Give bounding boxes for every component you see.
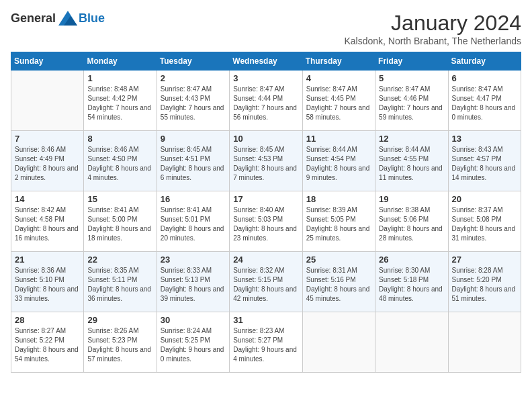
calendar-cell: 4Sunrise: 8:47 AMSunset: 4:45 PMDaylight… (302, 71, 375, 131)
logo-icon (58, 11, 77, 26)
day-number: 23 (161, 255, 226, 265)
logo-blue-text: Blue (79, 11, 105, 26)
day-info: Sunrise: 8:37 AMSunset: 5:08 PMDaylight:… (452, 205, 517, 243)
calendar-cell (302, 312, 375, 373)
day-number: 13 (452, 134, 517, 144)
day-info: Sunrise: 8:46 AMSunset: 4:49 PMDaylight:… (15, 145, 80, 183)
day-info: Sunrise: 8:44 AMSunset: 4:54 PMDaylight:… (306, 145, 371, 183)
day-number: 12 (379, 134, 444, 144)
day-number: 21 (15, 255, 80, 265)
day-number: 16 (161, 194, 226, 204)
calendar-cell: 21Sunrise: 8:36 AMSunset: 5:10 PMDayligh… (11, 252, 84, 312)
calendar-header-row: SundayMondayTuesdayWednesdayThursdayFrid… (11, 52, 521, 71)
calendar-cell: 19Sunrise: 8:38 AMSunset: 5:06 PMDayligh… (375, 191, 448, 252)
calendar-cell: 25Sunrise: 8:31 AMSunset: 5:16 PMDayligh… (302, 252, 375, 312)
day-number: 25 (306, 255, 371, 265)
calendar-cell: 11Sunrise: 8:44 AMSunset: 4:54 PMDayligh… (302, 131, 375, 191)
calendar-cell: 16Sunrise: 8:41 AMSunset: 5:01 PMDayligh… (157, 191, 229, 252)
day-number: 11 (306, 134, 371, 144)
day-number: 30 (161, 315, 226, 325)
day-info: Sunrise: 8:41 AMSunset: 5:00 PMDaylight:… (87, 205, 152, 243)
calendar-table: SundayMondayTuesdayWednesdayThursdayFrid… (11, 52, 521, 373)
day-info: Sunrise: 8:36 AMSunset: 5:10 PMDaylight:… (15, 266, 80, 304)
calendar-cell: 24Sunrise: 8:32 AMSunset: 5:15 PMDayligh… (230, 252, 302, 312)
day-number: 1 (87, 73, 152, 83)
calendar-cell: 5Sunrise: 8:47 AMSunset: 4:46 PMDaylight… (375, 71, 448, 131)
calendar-week-row: 1Sunrise: 8:48 AMSunset: 4:42 PMDaylight… (11, 71, 521, 131)
calendar-cell: 10Sunrise: 8:45 AMSunset: 4:53 PMDayligh… (230, 131, 302, 191)
day-number: 3 (233, 73, 298, 83)
calendar-cell: 31Sunrise: 8:23 AMSunset: 5:27 PMDayligh… (230, 312, 302, 373)
day-info: Sunrise: 8:33 AMSunset: 5:13 PMDaylight:… (161, 266, 226, 304)
day-header-saturday: Saturday (448, 52, 521, 71)
calendar-cell: 22Sunrise: 8:35 AMSunset: 5:11 PMDayligh… (84, 252, 157, 312)
day-header-thursday: Thursday (302, 52, 375, 71)
day-info: Sunrise: 8:47 AMSunset: 4:43 PMDaylight:… (161, 85, 226, 122)
calendar-week-row: 21Sunrise: 8:36 AMSunset: 5:10 PMDayligh… (11, 252, 521, 312)
day-header-wednesday: Wednesday (230, 52, 302, 71)
day-info: Sunrise: 8:47 AMSunset: 4:46 PMDaylight:… (379, 85, 444, 122)
day-info: Sunrise: 8:45 AMSunset: 4:53 PMDaylight:… (233, 145, 298, 183)
title-section: January 2024 Kalsdonk, North Brabant, Th… (344, 11, 521, 46)
day-number: 18 (306, 194, 371, 204)
day-info: Sunrise: 8:39 AMSunset: 5:05 PMDaylight:… (306, 205, 371, 243)
day-number: 20 (452, 194, 517, 204)
day-number: 8 (87, 134, 152, 144)
calendar-cell (448, 312, 521, 373)
calendar-cell: 7Sunrise: 8:46 AMSunset: 4:49 PMDaylight… (11, 131, 84, 191)
day-number: 22 (87, 255, 152, 265)
calendar-cell: 14Sunrise: 8:42 AMSunset: 4:58 PMDayligh… (11, 191, 84, 252)
calendar-cell: 6Sunrise: 8:47 AMSunset: 4:47 PMDaylight… (448, 71, 521, 131)
calendar-cell: 15Sunrise: 8:41 AMSunset: 5:00 PMDayligh… (84, 191, 157, 252)
calendar-cell: 26Sunrise: 8:30 AMSunset: 5:18 PMDayligh… (375, 252, 448, 312)
day-info: Sunrise: 8:47 AMSunset: 4:47 PMDaylight:… (452, 85, 517, 122)
calendar-week-row: 7Sunrise: 8:46 AMSunset: 4:49 PMDaylight… (11, 131, 521, 191)
day-header-monday: Monday (84, 52, 157, 71)
calendar-week-row: 14Sunrise: 8:42 AMSunset: 4:58 PMDayligh… (11, 191, 521, 252)
calendar-cell: 28Sunrise: 8:27 AMSunset: 5:22 PMDayligh… (11, 312, 84, 373)
day-header-tuesday: Tuesday (157, 52, 229, 71)
day-info: Sunrise: 8:46 AMSunset: 4:50 PMDaylight:… (87, 145, 152, 183)
day-number: 14 (15, 194, 80, 204)
day-info: Sunrise: 8:45 AMSunset: 4:51 PMDaylight:… (161, 145, 226, 183)
calendar-cell: 12Sunrise: 8:44 AMSunset: 4:55 PMDayligh… (375, 131, 448, 191)
day-header-friday: Friday (375, 52, 448, 71)
day-header-sunday: Sunday (11, 52, 84, 71)
calendar-cell (375, 312, 448, 373)
location-subtitle: Kalsdonk, North Brabant, The Netherlands (344, 36, 521, 46)
logo-general-text: General (11, 11, 56, 26)
day-info: Sunrise: 8:41 AMSunset: 5:01 PMDaylight:… (161, 205, 226, 243)
day-info: Sunrise: 8:47 AMSunset: 4:44 PMDaylight:… (233, 85, 298, 122)
day-info: Sunrise: 8:43 AMSunset: 4:57 PMDaylight:… (452, 145, 517, 183)
logo: General Blue (11, 11, 105, 26)
day-info: Sunrise: 8:42 AMSunset: 4:58 PMDaylight:… (15, 205, 80, 243)
day-number: 17 (233, 194, 298, 204)
day-number: 19 (379, 194, 444, 204)
day-number: 6 (452, 73, 517, 83)
day-number: 29 (87, 315, 152, 325)
calendar-cell: 9Sunrise: 8:45 AMSunset: 4:51 PMDaylight… (157, 131, 229, 191)
calendar-cell: 27Sunrise: 8:28 AMSunset: 5:20 PMDayligh… (448, 252, 521, 312)
calendar-cell: 17Sunrise: 8:40 AMSunset: 5:03 PMDayligh… (230, 191, 302, 252)
day-number: 7 (15, 134, 80, 144)
calendar-cell: 13Sunrise: 8:43 AMSunset: 4:57 PMDayligh… (448, 131, 521, 191)
day-info: Sunrise: 8:27 AMSunset: 5:22 PMDaylight:… (15, 326, 80, 364)
day-number: 31 (233, 315, 298, 325)
day-info: Sunrise: 8:48 AMSunset: 4:42 PMDaylight:… (87, 85, 152, 122)
day-info: Sunrise: 8:38 AMSunset: 5:06 PMDaylight:… (379, 205, 444, 243)
day-info: Sunrise: 8:35 AMSunset: 5:11 PMDaylight:… (87, 266, 152, 304)
day-number: 4 (306, 73, 371, 83)
day-number: 9 (161, 134, 226, 144)
day-info: Sunrise: 8:23 AMSunset: 5:27 PMDaylight:… (233, 326, 298, 364)
day-info: Sunrise: 8:26 AMSunset: 5:23 PMDaylight:… (87, 326, 152, 364)
day-number: 10 (233, 134, 298, 144)
day-info: Sunrise: 8:28 AMSunset: 5:20 PMDaylight:… (452, 266, 517, 304)
calendar-week-row: 28Sunrise: 8:27 AMSunset: 5:22 PMDayligh… (11, 312, 521, 373)
day-number: 24 (233, 255, 298, 265)
day-info: Sunrise: 8:24 AMSunset: 5:25 PMDaylight:… (161, 326, 226, 364)
day-info: Sunrise: 8:31 AMSunset: 5:16 PMDaylight:… (306, 266, 371, 304)
day-info: Sunrise: 8:44 AMSunset: 4:55 PMDaylight:… (379, 145, 444, 183)
day-number: 2 (161, 73, 226, 83)
header: General Blue January 2024 Kalsdonk, Nort… (11, 11, 521, 46)
calendar-cell: 1Sunrise: 8:48 AMSunset: 4:42 PMDaylight… (84, 71, 157, 131)
